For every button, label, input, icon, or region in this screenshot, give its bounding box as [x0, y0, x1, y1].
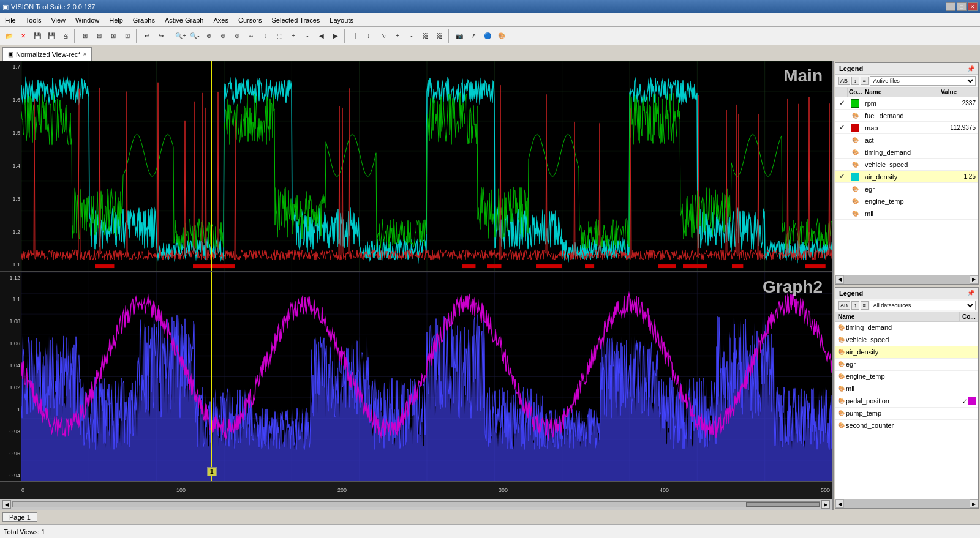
menu-cursors[interactable]: Cursors	[233, 15, 267, 25]
cursor-mode-button[interactable]: ↕|	[363, 29, 376, 43]
close-file-button[interactable]: ✕	[17, 29, 30, 43]
menu-tools[interactable]: Tools	[21, 15, 47, 25]
legend2-row-egr: 🎨egr	[835, 359, 978, 371]
tab-close-button[interactable]: ×	[83, 51, 87, 58]
legend2-pin-icon[interactable]: 📌	[967, 290, 974, 296]
layout2-button[interactable]: ⊟	[92, 29, 106, 43]
zoom-out-x2-button[interactable]: -	[301, 29, 314, 43]
map-name: map	[862, 124, 938, 132]
play-button[interactable]: ▶	[329, 29, 342, 43]
zoom-in-x-button[interactable]: 🔍+	[174, 29, 187, 43]
x-label-100: 100	[176, 487, 186, 493]
cursor-wave-button[interactable]: ∿	[377, 29, 390, 43]
legend1-filter-button[interactable]: ≡	[861, 77, 869, 85]
legend1-ab-button[interactable]: AB	[838, 77, 850, 85]
x-label-400: 400	[660, 487, 669, 493]
rpm-value: 2337	[938, 99, 978, 107]
map-check[interactable]: ✓	[835, 124, 848, 132]
menu-selected-traces[interactable]: Selected Traces	[266, 15, 325, 25]
y-label-7: 1.1	[1, 261, 20, 267]
timing-name: timing_demand	[862, 148, 938, 157]
l2-pedal-color: ✓	[960, 397, 978, 405]
zoom-in-x2-button[interactable]: +	[287, 29, 300, 43]
legend2-col-color: Co...	[960, 312, 978, 321]
print-button[interactable]: 🖨	[59, 29, 72, 43]
cursor-plus-button[interactable]: +	[391, 29, 404, 43]
color-button[interactable]: 🎨	[495, 29, 508, 43]
scroll-left-button[interactable]: ◀	[315, 29, 328, 43]
zoom-out-x-button[interactable]: 🔍-	[188, 29, 202, 43]
x-label-500: 500	[821, 487, 830, 493]
l2-second-counter-name: 🎨second_counter	[835, 421, 960, 430]
menu-window[interactable]: Window	[70, 15, 104, 25]
scroll-left-arrow[interactable]: ◀	[2, 500, 11, 509]
air-density-check[interactable]: ✓	[835, 173, 848, 181]
open-button[interactable]: 📂	[2, 29, 16, 43]
scrollbar-thumb[interactable]	[746, 502, 820, 507]
legend2-sort-button[interactable]: ↕	[851, 301, 859, 310]
menu-axes[interactable]: Axes	[209, 15, 233, 25]
legend1-scroll-right[interactable]: ▶	[970, 275, 978, 284]
layout1-button[interactable]: ⊞	[78, 29, 92, 43]
legend1-sort-button[interactable]: ↕	[851, 77, 859, 85]
snapshot-button[interactable]: 📷	[453, 29, 466, 43]
menu-layouts[interactable]: Layouts	[325, 15, 358, 25]
scrollbar-track[interactable]	[12, 501, 820, 507]
scroll-right-arrow[interactable]: ▶	[821, 500, 830, 509]
map-color	[848, 124, 862, 132]
menu-active-graph[interactable]: Active Graph	[160, 15, 209, 25]
export-button[interactable]: ↗	[467, 29, 480, 43]
legend1-pin-icon[interactable]: 📌	[967, 65, 974, 72]
legend2-ab-button[interactable]: AB	[838, 301, 850, 310]
graph2-canvas[interactable]	[21, 272, 832, 482]
tab-label: Normalized View-rec*	[16, 51, 81, 58]
cursor-minus-button[interactable]: -	[405, 29, 418, 43]
main-cursor-line	[211, 61, 212, 271]
legend2-scroll-track[interactable]	[844, 499, 970, 508]
legend2-row-air-density: 🎨air_density	[835, 346, 978, 359]
y2-label-6: 1.02	[1, 384, 20, 390]
cursor-link-button[interactable]: ⛓	[419, 29, 432, 43]
legend1-filter-select[interactable]: Active files	[870, 76, 976, 86]
legend1-scroll-left[interactable]: ◀	[835, 275, 844, 284]
zoom-in-y-button[interactable]: ⊕	[202, 29, 216, 43]
layout4-button[interactable]: ⊡	[121, 29, 134, 43]
cursor-add-button[interactable]: |	[349, 29, 362, 43]
y2-label-2: 1.1	[1, 296, 20, 302]
main-content: Main 1.7 1.6 1.5 1.4 1.3 1.2 1.1 Graph2	[0, 61, 980, 510]
menu-graphs[interactable]: Graphs	[128, 15, 160, 25]
save-as-button[interactable]: 💾	[45, 29, 58, 43]
rpm-check[interactable]: ✓	[835, 99, 848, 107]
legend2-toolbar: AB ↕ ≡ All datasources	[835, 299, 978, 312]
main-graph-canvas[interactable]	[21, 61, 832, 271]
zoom-region-button[interactable]: ⬚	[273, 29, 286, 43]
legend2-scroll-right[interactable]: ▶	[970, 499, 978, 508]
zoom-fit-x-button[interactable]: ↔	[244, 29, 258, 43]
x-label-0: 0	[21, 487, 24, 493]
zoom-fit-y-button[interactable]: ↕	[258, 29, 272, 43]
legend1-rows: ✓ rpm 2337 🎨 fuel_demand ✓ map	[835, 97, 978, 275]
datasource-button[interactable]: 🔵	[481, 29, 494, 43]
menu-help[interactable]: Help	[104, 15, 128, 25]
layout3-button[interactable]: ⊠	[107, 29, 120, 43]
minimize-button[interactable]: ─	[946, 2, 956, 11]
main-tab[interactable]: ▣ Normalized View-rec* ×	[2, 47, 92, 61]
legend2-title: Legend	[839, 290, 863, 297]
maximize-button[interactable]: □	[957, 2, 967, 11]
zoom-out-y-button[interactable]: ⊖	[216, 29, 230, 43]
cursor-unlink-button[interactable]: ⛓	[433, 29, 447, 43]
zoom-fit-button[interactable]: ⊙	[230, 29, 244, 43]
legend1-col-headers: Co... Name Value	[835, 88, 978, 97]
undo-button[interactable]: ↩	[140, 29, 154, 43]
redo-button[interactable]: ↪	[154, 29, 168, 43]
legend2-filter-select[interactable]: All datasources	[870, 301, 976, 310]
close-button[interactable]: ✕	[968, 2, 978, 11]
legend2-filter-button[interactable]: ≡	[861, 301, 869, 310]
legend2-box: Legend 📌 AB ↕ ≡ All datasources Name Co.…	[835, 287, 979, 509]
menu-view[interactable]: View	[46, 15, 70, 25]
page1-tab[interactable]: Page 1	[2, 512, 37, 522]
legend2-scroll-left[interactable]: ◀	[835, 499, 844, 508]
menu-file[interactable]: File	[0, 15, 21, 25]
legend1-scroll-track[interactable]	[844, 275, 970, 284]
save-button[interactable]: 💾	[31, 29, 44, 43]
